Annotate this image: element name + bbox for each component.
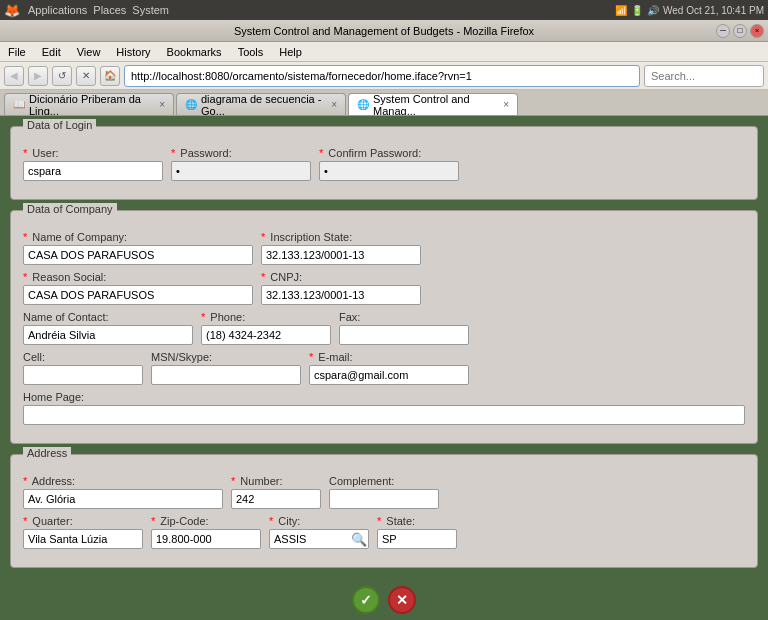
topbar-volume-icon: 🔊	[647, 5, 659, 16]
address-section: Address * Address: * Number: Complement:	[10, 454, 758, 568]
quarter-input[interactable]	[23, 529, 143, 549]
phone-label: * Phone:	[201, 311, 331, 323]
address-input[interactable]	[23, 489, 223, 509]
password-label: * Password:	[171, 147, 311, 159]
login-section-title: Data of Login	[23, 119, 96, 131]
menu-file[interactable]: File	[4, 45, 30, 59]
homepage-label: Home Page:	[23, 391, 745, 403]
search-bar[interactable]	[644, 65, 764, 87]
inscription-field: * Inscription State:	[261, 231, 421, 265]
close-button[interactable]: ×	[750, 24, 764, 38]
cell-field: Cell:	[23, 351, 143, 385]
topbar-time: Wed Oct 21, 10:41 PM	[663, 5, 764, 16]
inscription-input[interactable]	[261, 245, 421, 265]
tab-2[interactable]: 🌐 System Control and Manag... ×	[348, 93, 518, 115]
menu-history[interactable]: History	[112, 45, 154, 59]
fax-input[interactable]	[339, 325, 469, 345]
confirm-input[interactable]	[319, 161, 459, 181]
user-required: *	[23, 147, 27, 159]
home-button[interactable]: 🏠	[100, 66, 120, 86]
tab-2-label: System Control and Manag...	[373, 93, 495, 115]
reload-button[interactable]: ↺	[52, 66, 72, 86]
address-section-title: Address	[23, 447, 71, 459]
topbar-network-icon: 📶	[615, 5, 627, 16]
maximize-button[interactable]: □	[733, 24, 747, 38]
email-input[interactable]	[309, 365, 469, 385]
menu-bookmarks[interactable]: Bookmarks	[163, 45, 226, 59]
complement-label: Complement:	[329, 475, 439, 487]
cancel-button[interactable]: ✕	[388, 586, 416, 614]
cnpj-label: * CNPJ:	[261, 271, 421, 283]
tab-0[interactable]: 📖 Dicionário Priberam da Ling... ×	[4, 93, 174, 115]
state-input[interactable]	[377, 529, 457, 549]
menu-help[interactable]: Help	[275, 45, 306, 59]
inscription-label: * Inscription State:	[261, 231, 421, 243]
tab-1-label: diagrama de secuencia - Go...	[201, 93, 323, 115]
msn-label: MSN/Skype:	[151, 351, 301, 363]
menu-view[interactable]: View	[73, 45, 105, 59]
phone-input[interactable]	[201, 325, 331, 345]
confirm-icon: ✓	[360, 592, 372, 608]
tab-0-close[interactable]: ×	[159, 99, 165, 110]
content-area: Data of Login * User: * Password: * C	[0, 116, 768, 620]
password-field: * Password:	[171, 147, 311, 181]
stop-button[interactable]: ✕	[76, 66, 96, 86]
number-input[interactable]	[231, 489, 321, 509]
ubuntu-places-menu[interactable]: Places	[93, 4, 126, 16]
number-label: * Number:	[231, 475, 321, 487]
reason-field: * Reason Social:	[23, 271, 253, 305]
url-bar[interactable]	[124, 65, 640, 87]
city-wrapper: 🔍	[269, 529, 369, 549]
menu-edit[interactable]: Edit	[38, 45, 65, 59]
ubuntu-applications-menu[interactable]: Applications	[28, 4, 87, 16]
city-search-icon[interactable]: 🔍	[351, 532, 367, 547]
confirm-button[interactable]: ✓	[352, 586, 380, 614]
firefox-navbar: ◀ ▶ ↺ ✕ 🏠	[0, 62, 768, 90]
cnpj-input[interactable]	[261, 285, 421, 305]
msn-input[interactable]	[151, 365, 301, 385]
company-name-label: * Name of Company:	[23, 231, 253, 243]
address-label: * Address:	[23, 475, 223, 487]
complement-field: Complement:	[329, 475, 439, 509]
zipcode-field: * Zip-Code:	[151, 515, 261, 549]
company-section: Data of Company * Name of Company: * Ins…	[10, 210, 758, 444]
topbar-battery-icon: 🔋	[631, 5, 643, 16]
tab-2-icon: 🌐	[357, 99, 369, 110]
email-label: * E-mail:	[309, 351, 469, 363]
address-field: * Address:	[23, 475, 223, 509]
back-button[interactable]: ◀	[4, 66, 24, 86]
tab-1-icon: 🌐	[185, 99, 197, 110]
cell-label: Cell:	[23, 351, 143, 363]
company-section-title: Data of Company	[23, 203, 117, 215]
msn-field: MSN/Skype:	[151, 351, 301, 385]
forward-button[interactable]: ▶	[28, 66, 48, 86]
state-field: * State:	[377, 515, 457, 549]
company-name-field: * Name of Company:	[23, 231, 253, 265]
menu-tools[interactable]: Tools	[234, 45, 268, 59]
reason-input[interactable]	[23, 285, 253, 305]
quarter-field: * Quarter:	[23, 515, 143, 549]
tab-2-close[interactable]: ×	[503, 99, 509, 110]
fax-label: Fax:	[339, 311, 469, 323]
state-label: * State:	[377, 515, 457, 527]
tab-1[interactable]: 🌐 diagrama de secuencia - Go... ×	[176, 93, 346, 115]
password-input[interactable]	[171, 161, 311, 181]
ubuntu-topbar: 🦊 Applications Places System 📶 🔋 🔊 Wed O…	[0, 0, 768, 20]
tab-1-close[interactable]: ×	[331, 99, 337, 110]
cnpj-field: * CNPJ:	[261, 271, 421, 305]
company-name-input[interactable]	[23, 245, 253, 265]
cell-input[interactable]	[23, 365, 143, 385]
contact-input[interactable]	[23, 325, 193, 345]
minimize-button[interactable]: ─	[716, 24, 730, 38]
password-required: *	[171, 147, 175, 159]
complement-input[interactable]	[329, 489, 439, 509]
user-input[interactable]	[23, 161, 163, 181]
reason-label: * Reason Social:	[23, 271, 253, 283]
tab-0-icon: 📖	[13, 99, 25, 110]
number-field: * Number:	[231, 475, 321, 509]
zipcode-input[interactable]	[151, 529, 261, 549]
user-label: * User:	[23, 147, 163, 159]
homepage-input[interactable]	[23, 405, 745, 425]
ubuntu-system-menu[interactable]: System	[132, 4, 169, 16]
phone-field: * Phone:	[201, 311, 331, 345]
